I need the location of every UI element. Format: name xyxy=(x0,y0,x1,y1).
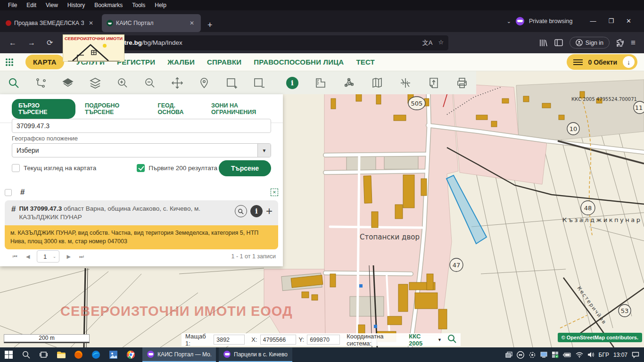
nav-zhalbi[interactable]: ЖАЛБИ xyxy=(167,58,195,66)
tab-close-icon[interactable]: ✕ xyxy=(188,19,196,27)
search-query-input[interactable] xyxy=(12,119,271,133)
first-200-checkbox[interactable] xyxy=(137,164,145,172)
location-pin-tool-button[interactable] xyxy=(191,71,218,94)
result-info-icon[interactable]: i xyxy=(250,205,263,217)
firefox-icon[interactable] xyxy=(70,347,87,362)
add-result-icon[interactable]: + xyxy=(266,205,272,218)
coordinates-tool-button[interactable] xyxy=(391,77,420,89)
action-center-icon[interactable] xyxy=(632,352,639,358)
file-explorer-icon[interactable] xyxy=(52,347,70,362)
translate-icon[interactable]: 文A xyxy=(422,39,433,47)
tab-quick-search[interactable]: БЪРЗО ТЪРСЕНЕ xyxy=(12,99,75,119)
prev-page-button[interactable]: ◀ xyxy=(22,252,34,262)
cascade-windows-icon[interactable] xyxy=(505,352,512,358)
monitor-icon[interactable] xyxy=(540,352,547,358)
sidebar-toggle-icon[interactable] xyxy=(554,39,563,46)
window-close-button[interactable]: ✕ xyxy=(620,16,637,26)
print-tool-button[interactable] xyxy=(448,77,476,89)
measure-area-tool-button[interactable] xyxy=(335,77,363,89)
layers-tool-button[interactable] xyxy=(82,71,109,94)
new-tab-button[interactable]: + xyxy=(202,18,218,32)
extensions-puzzle-icon[interactable] xyxy=(616,39,624,47)
app-menu-icon[interactable]: ≡ xyxy=(631,38,636,48)
taskbar-search-icon[interactable] xyxy=(17,347,35,362)
language-indicator[interactable]: БГР xyxy=(599,352,609,358)
teamviewer-icon[interactable] xyxy=(517,351,524,359)
dropdown-arrow-icon[interactable]: ▼ xyxy=(257,144,271,157)
menu-edit[interactable]: Edit xyxy=(22,1,41,9)
zoom-rect-out-tool-button[interactable] xyxy=(245,71,272,94)
current-map-view-checkbox[interactable] xyxy=(12,164,20,172)
edge-icon[interactable] xyxy=(87,347,105,362)
zoom-out-tool-button[interactable] xyxy=(136,71,164,94)
layers-filled-icon-button[interactable] xyxy=(55,71,82,94)
tab-list-chevron-icon[interactable]: ⌄ xyxy=(507,18,511,25)
menu-tools[interactable]: Tools xyxy=(128,1,149,9)
geo-position-select[interactable]: Избери ▼ xyxy=(12,143,271,157)
objects-badge[interactable]: 0 Обекти ↓ xyxy=(567,54,637,70)
battery-icon[interactable] xyxy=(563,352,571,358)
window-minimize-button[interactable]: — xyxy=(584,16,602,26)
tab-geodetic-basis[interactable]: ГЕОД. ОСНОВА xyxy=(158,102,202,115)
tab-close-icon[interactable]: ✕ xyxy=(87,19,95,27)
download-objects-icon[interactable]: ↓ xyxy=(623,56,635,68)
zoom-rect-in-tool-button[interactable] xyxy=(218,71,245,94)
taskbar-window-parceli[interactable]: Парцели в с. Кичево... xyxy=(219,347,292,362)
search-tool-button[interactable] xyxy=(0,71,27,94)
tab-prodava[interactable]: Продава ЗЕМЕДЕЛСКА ЗЕМЯ в ✕ xyxy=(1,14,100,32)
menu-history[interactable]: History xyxy=(63,1,89,9)
zoom-in-tool-button[interactable] xyxy=(109,71,136,94)
last-page-button[interactable]: ⏭ xyxy=(75,252,88,262)
nav-spravki[interactable]: СПРАВКИ xyxy=(207,58,241,66)
result-item[interactable]: # ПИ 37099.47.3 област Варна, община Акс… xyxy=(5,200,278,225)
forward-button[interactable]: → xyxy=(24,37,40,49)
clear-selection-icon[interactable] xyxy=(271,189,278,196)
nav-pravosposobni-lica[interactable]: ПРАВОСПОСОБНИ ЛИЦА xyxy=(254,58,344,66)
capture-icon[interactable] xyxy=(528,352,536,358)
crs-select[interactable]: ККС 2005 ▼ xyxy=(409,333,442,347)
select-all-results-checkbox[interactable] xyxy=(5,189,12,196)
menu-file[interactable]: File xyxy=(4,1,21,9)
clock[interactable]: 13:07 xyxy=(613,352,627,358)
snap-tool-button[interactable] xyxy=(27,71,55,94)
sign-in-button[interactable]: Sign in xyxy=(570,37,610,49)
next-page-button[interactable]: ▶ xyxy=(62,252,74,262)
coordinate-search-icon[interactable] xyxy=(447,334,457,345)
info-tool-button[interactable]: i xyxy=(278,77,306,89)
nav-test[interactable]: ТЕСТ xyxy=(356,58,375,66)
x-coordinate-input[interactable] xyxy=(260,335,296,345)
measure-length-tool-button[interactable] xyxy=(306,77,335,89)
back-button[interactable]: ← xyxy=(5,37,21,49)
menu-view[interactable]: View xyxy=(41,1,62,9)
menu-bookmarks[interactable]: Bookmarks xyxy=(90,1,127,9)
volume-icon[interactable] xyxy=(587,352,594,358)
library-icon[interactable] xyxy=(539,39,548,47)
photos-app-icon[interactable] xyxy=(105,347,122,362)
defender-icon[interactable] xyxy=(552,351,559,358)
map-sheets-tool-button[interactable] xyxy=(363,77,391,89)
tab-restriction-zones[interactable]: ЗОНИ НА ОГРАНИЧЕНИЯ xyxy=(211,102,283,115)
y-coordinate-input[interactable] xyxy=(307,335,340,345)
taskbar-window-kais[interactable]: КАИС Портал — Mo... xyxy=(142,347,216,362)
export-tool-button[interactable] xyxy=(420,77,448,89)
scale-input[interactable] xyxy=(214,335,245,345)
url-field[interactable]: 🔒 kais.cadastre.bg/bg/Map/Index 文A ☆ xyxy=(76,35,448,50)
search-button[interactable]: Търсене xyxy=(219,160,271,176)
pan-tool-button[interactable] xyxy=(164,71,191,94)
wifi-icon[interactable] xyxy=(576,352,583,358)
menu-help[interactable]: Help xyxy=(150,1,171,9)
zoom-to-result-icon[interactable] xyxy=(235,205,247,217)
tab-detailed-search[interactable]: ПОДРОБНО ТЪРСЕНЕ xyxy=(85,102,149,115)
first-page-button[interactable]: ⏮ xyxy=(8,252,22,262)
bookmark-star-icon[interactable]: ☆ xyxy=(438,39,444,47)
apps-grid-icon[interactable] xyxy=(6,58,13,66)
reload-button[interactable]: ⟳ xyxy=(42,36,57,49)
tab-kais-portal[interactable]: КАИС Портал ✕ xyxy=(102,14,201,32)
nav-karta[interactable]: КАРТА xyxy=(25,55,64,69)
task-view-icon[interactable] xyxy=(35,347,52,362)
chrome-icon[interactable] xyxy=(122,347,140,362)
window-restore-button[interactable]: ❐ xyxy=(602,16,620,26)
start-button[interactable] xyxy=(0,347,17,362)
osm-attribution[interactable]: © OpenStreetMap contributors. xyxy=(558,333,642,342)
page-select[interactable]: 1 ⌄ xyxy=(37,250,59,263)
